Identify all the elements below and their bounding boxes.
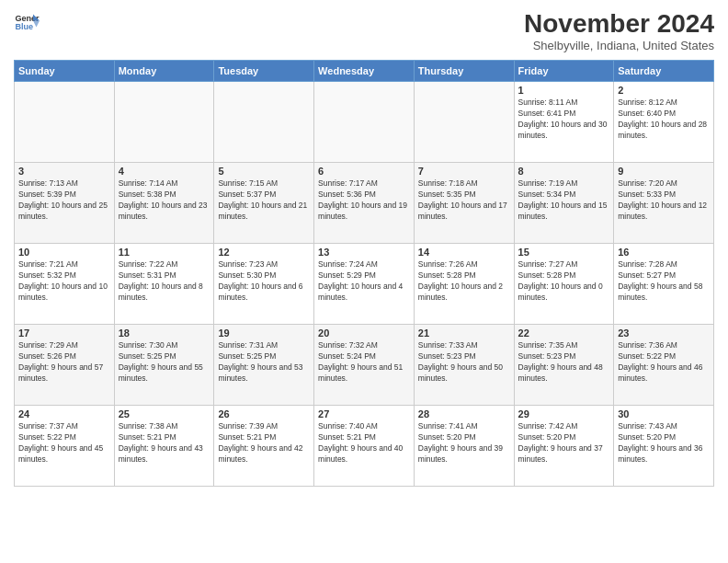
- day-number: 18: [119, 327, 210, 339]
- day-cell: 6Sunrise: 7:17 AMSunset: 5:36 PMDaylight…: [314, 163, 415, 244]
- page: General Blue November 2024 Shelbyville, …: [0, 0, 728, 563]
- day-cell: 14Sunrise: 7:26 AMSunset: 5:28 PMDayligh…: [414, 244, 514, 325]
- day-info: Sunrise: 7:20 AMSunset: 5:33 PMDaylight:…: [618, 178, 710, 223]
- day-cell: 19Sunrise: 7:31 AMSunset: 5:25 PMDayligh…: [214, 325, 314, 406]
- day-info: Sunrise: 7:31 AMSunset: 5:25 PMDaylight:…: [218, 340, 310, 385]
- day-info: Sunrise: 7:21 AMSunset: 5:32 PMDaylight:…: [18, 259, 110, 304]
- day-number: 12: [218, 247, 310, 258]
- day-info: Sunrise: 7:14 AMSunset: 5:38 PMDaylight:…: [119, 178, 210, 223]
- location: Shelbyville, Indiana, United States: [524, 39, 714, 52]
- col-header-wednesday: Wednesday: [314, 61, 415, 82]
- day-number: 6: [318, 166, 410, 177]
- day-info: Sunrise: 7:18 AMSunset: 5:35 PMDaylight:…: [418, 178, 510, 223]
- day-number: 22: [518, 327, 610, 339]
- day-cell: 2Sunrise: 8:12 AMSunset: 6:40 PMDaylight…: [614, 82, 714, 163]
- day-info: Sunrise: 7:19 AMSunset: 5:34 PMDaylight:…: [518, 178, 610, 223]
- day-info: Sunrise: 7:35 AMSunset: 5:23 PMDaylight:…: [518, 340, 610, 385]
- day-info: Sunrise: 7:27 AMSunset: 5:28 PMDaylight:…: [518, 259, 610, 304]
- day-number: 27: [318, 408, 410, 419]
- day-cell: 30Sunrise: 7:43 AMSunset: 5:20 PMDayligh…: [614, 406, 714, 487]
- day-number: 29: [518, 408, 610, 419]
- day-cell: 20Sunrise: 7:32 AMSunset: 5:24 PMDayligh…: [314, 325, 415, 406]
- day-number: 13: [318, 247, 410, 258]
- day-cell: 18Sunrise: 7:30 AMSunset: 5:25 PMDayligh…: [114, 325, 214, 406]
- day-number: 15: [518, 247, 610, 258]
- day-cell: 4Sunrise: 7:14 AMSunset: 5:38 PMDaylight…: [114, 163, 214, 244]
- calendar: SundayMondayTuesdayWednesdayThursdayFrid…: [14, 60, 714, 487]
- week-row-3: 10Sunrise: 7:21 AMSunset: 5:32 PMDayligh…: [15, 244, 714, 325]
- day-cell: 9Sunrise: 7:20 AMSunset: 5:33 PMDaylight…: [614, 163, 714, 244]
- day-cell: 28Sunrise: 7:41 AMSunset: 5:20 PMDayligh…: [414, 406, 514, 487]
- day-number: 21: [418, 327, 510, 339]
- col-header-friday: Friday: [514, 61, 614, 82]
- day-info: Sunrise: 7:15 AMSunset: 5:37 PMDaylight:…: [218, 178, 310, 223]
- day-number: 26: [218, 408, 310, 419]
- day-number: 11: [119, 247, 210, 258]
- week-row-1: 1Sunrise: 8:11 AMSunset: 6:41 PMDaylight…: [15, 82, 714, 163]
- day-cell: 24Sunrise: 7:37 AMSunset: 5:22 PMDayligh…: [15, 406, 115, 487]
- logo: General Blue: [14, 9, 40, 35]
- day-cell: [214, 82, 314, 163]
- day-info: Sunrise: 7:17 AMSunset: 5:36 PMDaylight:…: [318, 178, 410, 223]
- day-info: Sunrise: 7:40 AMSunset: 5:21 PMDaylight:…: [318, 421, 410, 465]
- week-row-5: 24Sunrise: 7:37 AMSunset: 5:22 PMDayligh…: [15, 406, 714, 487]
- day-cell: 27Sunrise: 7:40 AMSunset: 5:21 PMDayligh…: [314, 406, 415, 487]
- day-info: Sunrise: 7:37 AMSunset: 5:22 PMDaylight:…: [18, 421, 110, 465]
- day-cell: 1Sunrise: 8:11 AMSunset: 6:41 PMDaylight…: [514, 82, 614, 163]
- day-info: Sunrise: 7:28 AMSunset: 5:27 PMDaylight:…: [618, 259, 710, 304]
- day-info: Sunrise: 7:32 AMSunset: 5:24 PMDaylight:…: [318, 340, 410, 385]
- day-info: Sunrise: 7:42 AMSunset: 5:20 PMDaylight:…: [518, 421, 610, 465]
- logo-icon: General Blue: [14, 9, 40, 35]
- col-header-tuesday: Tuesday: [214, 61, 314, 82]
- day-cell: [15, 82, 115, 163]
- day-cell: 5Sunrise: 7:15 AMSunset: 5:37 PMDaylight…: [214, 163, 314, 244]
- month-title: November 2024: [524, 9, 714, 39]
- day-cell: [114, 82, 214, 163]
- week-row-2: 3Sunrise: 7:13 AMSunset: 5:39 PMDaylight…: [15, 163, 714, 244]
- day-cell: 13Sunrise: 7:24 AMSunset: 5:29 PMDayligh…: [314, 244, 415, 325]
- day-number: 9: [618, 166, 710, 177]
- day-cell: 8Sunrise: 7:19 AMSunset: 5:34 PMDaylight…: [514, 163, 614, 244]
- day-info: Sunrise: 7:26 AMSunset: 5:28 PMDaylight:…: [418, 259, 510, 304]
- day-cell: [414, 82, 514, 163]
- day-info: Sunrise: 7:39 AMSunset: 5:21 PMDaylight:…: [218, 421, 310, 465]
- header: General Blue November 2024 Shelbyville, …: [14, 9, 714, 52]
- day-cell: 11Sunrise: 7:22 AMSunset: 5:31 PMDayligh…: [114, 244, 214, 325]
- day-info: Sunrise: 7:36 AMSunset: 5:22 PMDaylight:…: [618, 340, 710, 385]
- day-cell: 15Sunrise: 7:27 AMSunset: 5:28 PMDayligh…: [514, 244, 614, 325]
- svg-marker-3: [33, 21, 40, 28]
- day-info: Sunrise: 7:13 AMSunset: 5:39 PMDaylight:…: [18, 178, 110, 223]
- day-info: Sunrise: 7:30 AMSunset: 5:25 PMDaylight:…: [119, 340, 210, 385]
- week-row-4: 17Sunrise: 7:29 AMSunset: 5:26 PMDayligh…: [15, 325, 714, 406]
- day-cell: 22Sunrise: 7:35 AMSunset: 5:23 PMDayligh…: [514, 325, 614, 406]
- day-cell: 21Sunrise: 7:33 AMSunset: 5:23 PMDayligh…: [414, 325, 514, 406]
- calendar-header-row: SundayMondayTuesdayWednesdayThursdayFrid…: [15, 61, 714, 82]
- day-number: 28: [418, 408, 510, 419]
- day-cell: 23Sunrise: 7:36 AMSunset: 5:22 PMDayligh…: [614, 325, 714, 406]
- day-info: Sunrise: 8:11 AMSunset: 6:41 PMDaylight:…: [518, 98, 610, 142]
- day-info: Sunrise: 7:33 AMSunset: 5:23 PMDaylight:…: [418, 340, 510, 385]
- day-number: 7: [418, 166, 510, 177]
- day-number: 16: [618, 247, 710, 258]
- day-number: 24: [18, 408, 110, 419]
- day-info: Sunrise: 7:43 AMSunset: 5:20 PMDaylight:…: [618, 421, 710, 465]
- day-number: 5: [218, 166, 310, 177]
- day-number: 8: [518, 166, 610, 177]
- col-header-sunday: Sunday: [15, 61, 115, 82]
- day-number: 17: [18, 327, 110, 339]
- day-cell: 7Sunrise: 7:18 AMSunset: 5:35 PMDaylight…: [414, 163, 514, 244]
- day-cell: 16Sunrise: 7:28 AMSunset: 5:27 PMDayligh…: [614, 244, 714, 325]
- day-number: 30: [618, 408, 710, 419]
- day-cell: 12Sunrise: 7:23 AMSunset: 5:30 PMDayligh…: [214, 244, 314, 325]
- day-info: Sunrise: 7:22 AMSunset: 5:31 PMDaylight:…: [119, 259, 210, 304]
- col-header-thursday: Thursday: [414, 61, 514, 82]
- day-number: 25: [119, 408, 210, 419]
- col-header-saturday: Saturday: [614, 61, 714, 82]
- day-number: 10: [18, 247, 110, 258]
- day-info: Sunrise: 7:24 AMSunset: 5:29 PMDaylight:…: [318, 259, 410, 304]
- day-cell: 29Sunrise: 7:42 AMSunset: 5:20 PMDayligh…: [514, 406, 614, 487]
- day-cell: 25Sunrise: 7:38 AMSunset: 5:21 PMDayligh…: [114, 406, 214, 487]
- day-cell: 26Sunrise: 7:39 AMSunset: 5:21 PMDayligh…: [214, 406, 314, 487]
- col-header-monday: Monday: [114, 61, 214, 82]
- day-number: 20: [318, 327, 410, 339]
